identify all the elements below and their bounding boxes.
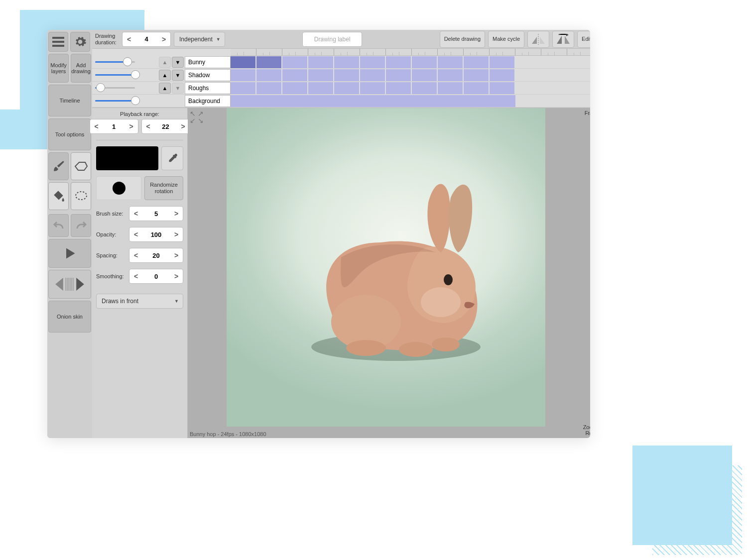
layer-name-field[interactable]: Bunny [185, 56, 231, 68]
increment-button[interactable]: > [170, 230, 183, 238]
add-drawing-button[interactable]: Add drawing [71, 54, 91, 83]
layer-opacity-slider[interactable] [92, 82, 158, 95]
increment-button[interactable]: > [170, 251, 183, 259]
increment-button[interactable]: > [157, 35, 170, 43]
scrub-icon [65, 277, 75, 292]
layer-up-button[interactable]: ▲ [159, 70, 171, 81]
svg-point-4 [399, 342, 433, 357]
onion-skin-button[interactable]: Onion skin [48, 301, 91, 333]
make-cycle-button[interactable]: Make cycle [488, 31, 524, 48]
workspace: Playback range: <1> <22> Randomize rotat… [92, 108, 590, 438]
svg-point-5 [432, 337, 460, 351]
tool-options-button[interactable]: Tool options [48, 118, 91, 150]
smoothing-value: 0 [142, 273, 170, 280]
frame-step-control[interactable] [48, 270, 91, 299]
step-forward-icon [76, 278, 85, 291]
app-window: Modify layers Add drawing Timeline Tool … [47, 30, 590, 438]
duration-label: Drawing duration: [95, 33, 119, 45]
layer-opacity-slider[interactable] [92, 56, 158, 69]
play-button[interactable] [48, 239, 91, 268]
smoothing-stepper[interactable]: <0> [129, 269, 183, 284]
flip-vertical-button[interactable] [552, 31, 574, 48]
expand-canvas-button[interactable]: ↖ ↗↙ ↘ [190, 110, 204, 124]
gear-icon [74, 35, 87, 48]
opacity-value: 100 [142, 231, 170, 238]
layer-row-background[interactable]: ▲▼ Background [92, 95, 231, 108]
decrement-button[interactable]: < [90, 122, 103, 130]
timeline-frames[interactable] [231, 49, 590, 108]
spacing-stepper[interactable]: <20> [129, 248, 183, 263]
decrement-button[interactable]: < [129, 230, 142, 238]
eyedropper-button[interactable] [161, 146, 183, 170]
decoration [632, 446, 732, 545]
playback-start-stepper[interactable]: <1> [90, 119, 138, 134]
layer-up-button[interactable]: ▲ [159, 57, 171, 68]
layer-down-button[interactable]: ▼ [172, 70, 184, 81]
layer-row-roughs[interactable]: ▲▼ Roughs [92, 82, 231, 95]
timeline-ruler[interactable] [231, 49, 590, 56]
playback-end-stepper[interactable]: <22> [141, 119, 190, 134]
increment-button[interactable]: > [170, 210, 183, 218]
draw-mode-dropdown[interactable]: Draws in front [96, 294, 183, 309]
svg-point-3 [346, 340, 386, 356]
timeline-button[interactable]: Timeline [48, 85, 91, 116]
play-icon [63, 246, 77, 260]
decrement-button[interactable]: < [129, 251, 142, 259]
settings-button[interactable] [70, 32, 90, 52]
eraser-tool[interactable] [71, 152, 91, 180]
layer-opacity-slider[interactable] [92, 95, 158, 108]
layer-name-field[interactable]: Roughs [185, 82, 231, 94]
bucket-icon [52, 190, 65, 203]
duration-stepper[interactable]: < 4 > [122, 32, 171, 47]
decrement-button[interactable]: < [129, 272, 142, 280]
increment-button[interactable]: > [170, 272, 183, 280]
flip-v-icon [556, 34, 571, 45]
brush-size-label: Brush size: [96, 211, 127, 217]
fill-tool[interactable] [48, 182, 69, 210]
mode-dropdown[interactable]: Independent [174, 32, 225, 47]
zoom-label: Zoom: 100% [583, 424, 590, 430]
decrement-button[interactable]: < [142, 122, 155, 130]
top-toolbar: Drawing duration: < 4 > Independent Draw… [92, 30, 590, 49]
modify-layers-button[interactable]: Modify layers [48, 54, 69, 83]
decrement-button[interactable]: < [123, 35, 135, 43]
layer-row-bunny[interactable]: ▲▼ Bunny [92, 56, 231, 69]
canvas[interactable] [227, 108, 545, 427]
svg-point-0 [76, 192, 87, 200]
menu-button[interactable] [48, 32, 68, 52]
color-swatch[interactable] [96, 146, 158, 170]
drawing-label-input[interactable]: Drawing label [302, 32, 362, 47]
svg-point-7 [421, 287, 461, 317]
undo-button[interactable] [48, 214, 69, 237]
brush-size-value: 5 [142, 210, 170, 218]
canvas-info: Zoom: 100% Rotation: 0° [583, 424, 590, 436]
layer-name-field[interactable]: Background [185, 95, 231, 107]
randomize-rotation-button[interactable]: Randomize rotation [144, 176, 183, 200]
flip-horizontal-button[interactable] [527, 31, 549, 48]
layer-row-shadow[interactable]: ▲▼ Shadow [92, 69, 231, 82]
tool-palette [48, 152, 91, 210]
edit-multiple-button[interactable]: Edit multiple [577, 31, 590, 48]
flip-h-icon [532, 34, 545, 45]
decrement-button[interactable]: < [129, 210, 142, 218]
layer-down-button[interactable]: ▼ [172, 83, 184, 94]
opacity-label: Opacity: [96, 231, 127, 237]
redo-button[interactable] [71, 214, 91, 237]
layer-up-button[interactable]: ▲ [159, 83, 171, 94]
opacity-stepper[interactable]: <100> [129, 227, 183, 242]
increment-button[interactable]: > [125, 122, 138, 130]
playback-end-value: 22 [155, 123, 177, 130]
brush-tool[interactable] [48, 152, 69, 180]
layer-opacity-slider[interactable] [92, 69, 158, 82]
collapse-icon: ↙ ↘ [190, 116, 204, 124]
project-info: Bunny hop - 24fps - 1080x1080 [190, 431, 266, 437]
main-area: Drawing duration: < 4 > Independent Draw… [92, 30, 590, 438]
delete-drawing-button[interactable]: Delete drawing [440, 31, 485, 48]
playback-start-value: 1 [103, 123, 125, 130]
layer-name-field[interactable]: Shadow [185, 69, 231, 81]
layer-down-button[interactable]: ▼ [172, 57, 184, 68]
lasso-tool[interactable] [71, 182, 91, 210]
svg-point-6 [444, 274, 453, 285]
brush-size-stepper[interactable]: <5> [129, 206, 183, 221]
lasso-icon [74, 191, 88, 202]
